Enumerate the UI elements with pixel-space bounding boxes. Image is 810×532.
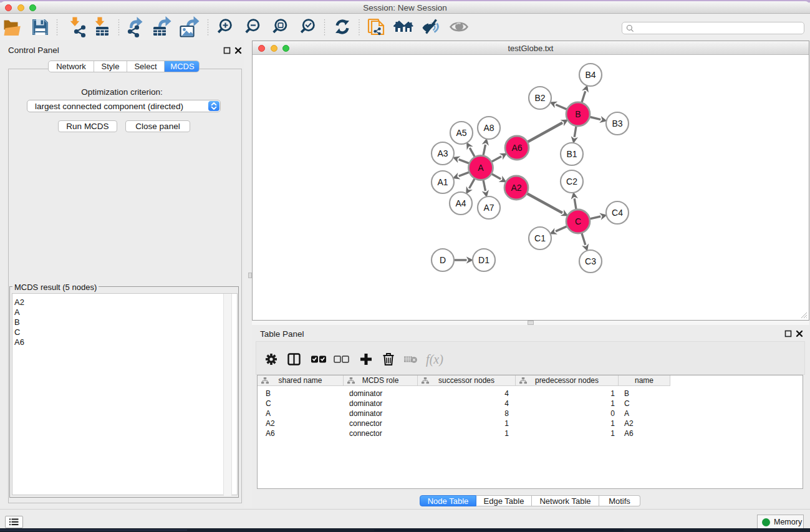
svg-text:B1: B1 [566, 149, 577, 159]
svg-text:B4: B4 [585, 70, 595, 80]
svg-text:D1: D1 [478, 255, 489, 265]
svg-text:A6: A6 [511, 143, 522, 153]
svg-text:B: B [575, 109, 581, 119]
svg-text:A1: A1 [437, 177, 448, 187]
svg-text:B3: B3 [612, 118, 622, 128]
svg-text:B2: B2 [534, 93, 545, 103]
svg-text:D: D [440, 255, 446, 265]
svg-text:A7: A7 [483, 203, 494, 213]
svg-text:C1: C1 [534, 233, 546, 243]
svg-text:C: C [575, 216, 581, 226]
svg-text:f(x): f(x) [426, 352, 443, 367]
svg-text:A3: A3 [437, 148, 448, 158]
svg-text:A8: A8 [483, 123, 494, 133]
svg-text:C2: C2 [566, 177, 577, 186]
svg-text:A5: A5 [456, 128, 466, 138]
svg-text:A2: A2 [511, 183, 521, 193]
svg-text:A: A [478, 163, 484, 173]
svg-text:C4: C4 [612, 208, 623, 218]
svg-text:C3: C3 [585, 256, 596, 266]
svg-text:A4: A4 [455, 198, 466, 208]
